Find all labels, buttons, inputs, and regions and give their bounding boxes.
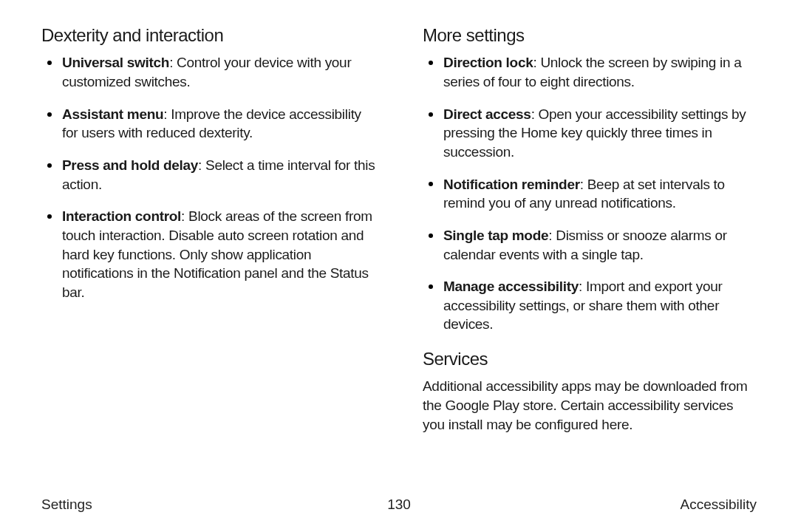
- manual-page: Dexterity and interaction Universal swit…: [0, 0, 798, 532]
- footer-right: Accessibility: [681, 497, 757, 513]
- right-column: More settings Direction lock: Unlock the…: [423, 24, 757, 474]
- list-item: Notification reminder: Beep at set inter…: [427, 175, 757, 213]
- dexterity-list: Universal switch: Control your device wi…: [46, 53, 375, 301]
- item-term: Interaction control: [62, 208, 181, 224]
- services-heading: Services: [423, 347, 757, 371]
- item-term: Manage accessibility: [443, 279, 579, 294]
- list-item: Interaction control: Block areas of the …: [46, 207, 375, 301]
- dexterity-heading: Dexterity and interaction: [41, 24, 375, 47]
- list-item: Single tap mode: Dismiss or snooze alarm…: [427, 226, 757, 264]
- list-item: Direction lock: Unlock the screen by swi…: [427, 53, 757, 91]
- list-item: Press and hold delay: Select a time inte…: [46, 156, 375, 194]
- item-term: Press and hold delay: [62, 157, 198, 173]
- more-settings-heading: More settings: [423, 24, 757, 47]
- list-item: Direct access: Open your accessibility s…: [427, 105, 757, 162]
- footer-left: Settings: [41, 497, 92, 513]
- item-term: Single tap mode: [443, 228, 548, 243]
- services-body: Additional accessibility apps may be dow…: [423, 377, 757, 434]
- left-column: Dexterity and interaction Universal swit…: [41, 24, 375, 474]
- footer-page-number: 130: [387, 497, 411, 513]
- item-term: Assistant menu: [62, 106, 163, 122]
- item-term: Universal switch: [62, 55, 169, 70]
- list-item: Universal switch: Control your device wi…: [46, 53, 375, 91]
- page-footer: Settings 130 Accessibility: [41, 497, 757, 513]
- item-term: Direct access: [443, 106, 531, 122]
- item-term: Direction lock: [443, 55, 533, 70]
- more-settings-list: Direction lock: Unlock the screen by swi…: [427, 53, 757, 334]
- item-term: Notification reminder: [443, 177, 580, 192]
- list-item: Assistant menu: Improve the device acces…: [46, 105, 375, 143]
- list-item: Manage accessibility: Import and export …: [427, 277, 757, 334]
- columns: Dexterity and interaction Universal swit…: [41, 24, 757, 474]
